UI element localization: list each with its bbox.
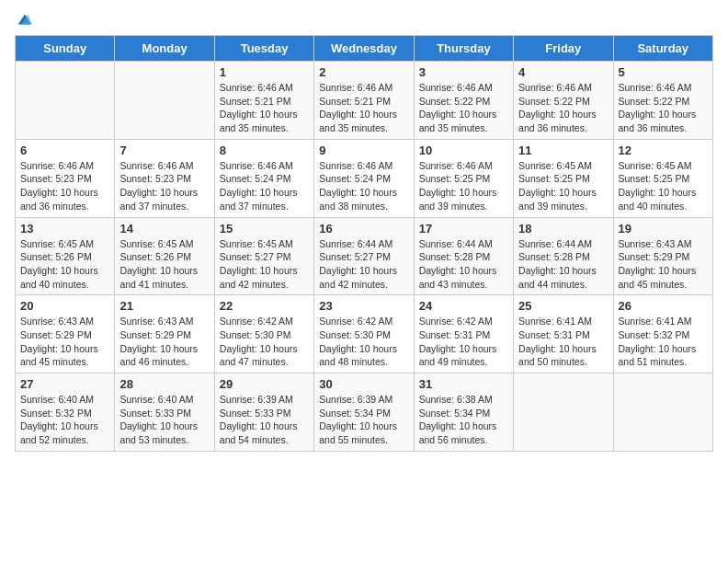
calendar-cell: 20Sunrise: 6:43 AMSunset: 5:29 PMDayligh… bbox=[16, 295, 115, 373]
calendar-cell: 24Sunrise: 6:42 AMSunset: 5:31 PMDayligh… bbox=[414, 295, 513, 373]
day-number: 18 bbox=[518, 222, 608, 236]
calendar-cell: 4Sunrise: 6:46 AMSunset: 5:22 PMDaylight… bbox=[514, 62, 613, 140]
day-number: 29 bbox=[220, 377, 309, 391]
day-number: 9 bbox=[319, 144, 408, 157]
calendar-cell: 22Sunrise: 6:42 AMSunset: 5:30 PMDayligh… bbox=[214, 295, 313, 373]
day-header-wednesday: Wednesday bbox=[314, 36, 414, 62]
day-info: Sunrise: 6:45 AMSunset: 5:25 PMDaylight:… bbox=[619, 159, 708, 213]
calendar-cell: 11Sunrise: 6:45 AMSunset: 5:25 PMDayligh… bbox=[514, 139, 613, 217]
calendar-cell: 23Sunrise: 6:42 AMSunset: 5:30 PMDayligh… bbox=[314, 295, 414, 373]
day-number: 15 bbox=[220, 222, 309, 236]
day-info: Sunrise: 6:46 AMSunset: 5:24 PMDaylight:… bbox=[319, 159, 408, 213]
calendar-cell bbox=[613, 373, 712, 452]
calendar-cell: 19Sunrise: 6:43 AMSunset: 5:29 PMDayligh… bbox=[613, 217, 712, 295]
day-number: 12 bbox=[619, 144, 708, 157]
day-number: 1 bbox=[220, 65, 309, 79]
day-number: 22 bbox=[220, 299, 309, 313]
day-info: Sunrise: 6:43 AMSunset: 5:29 PMDaylight:… bbox=[619, 237, 708, 292]
day-header-sunday: Sunday bbox=[16, 36, 115, 62]
day-info: Sunrise: 6:41 AMSunset: 5:31 PMDaylight:… bbox=[518, 315, 608, 369]
day-info: Sunrise: 6:46 AMSunset: 5:21 PMDaylight:… bbox=[319, 81, 408, 135]
day-number: 10 bbox=[419, 144, 508, 157]
calendar-week-2: 6Sunrise: 6:46 AMSunset: 5:23 PMDaylight… bbox=[16, 139, 713, 217]
day-info: Sunrise: 6:42 AMSunset: 5:31 PMDaylight:… bbox=[419, 315, 508, 369]
day-number: 28 bbox=[119, 377, 209, 391]
day-header-saturday: Saturday bbox=[613, 36, 712, 62]
day-number: 20 bbox=[20, 299, 109, 313]
page-header bbox=[15, 15, 713, 28]
day-number: 19 bbox=[619, 222, 708, 236]
day-info: Sunrise: 6:42 AMSunset: 5:30 PMDaylight:… bbox=[220, 315, 309, 369]
calendar-cell: 26Sunrise: 6:41 AMSunset: 5:32 PMDayligh… bbox=[613, 295, 712, 373]
day-header-tuesday: Tuesday bbox=[214, 36, 313, 62]
day-number: 26 bbox=[619, 299, 708, 313]
day-number: 11 bbox=[518, 144, 608, 157]
calendar-cell: 14Sunrise: 6:45 AMSunset: 5:26 PMDayligh… bbox=[115, 217, 214, 295]
calendar-cell: 16Sunrise: 6:44 AMSunset: 5:27 PMDayligh… bbox=[314, 217, 414, 295]
day-number: 23 bbox=[319, 299, 408, 313]
day-number: 27 bbox=[20, 377, 109, 391]
day-info: Sunrise: 6:46 AMSunset: 5:22 PMDaylight:… bbox=[518, 81, 608, 135]
calendar-cell: 13Sunrise: 6:45 AMSunset: 5:26 PMDayligh… bbox=[16, 217, 115, 295]
day-number: 2 bbox=[319, 65, 408, 79]
day-number: 25 bbox=[518, 299, 608, 313]
day-info: Sunrise: 6:43 AMSunset: 5:29 PMDaylight:… bbox=[20, 315, 109, 369]
calendar-cell bbox=[514, 373, 613, 452]
day-number: 14 bbox=[119, 222, 209, 236]
calendar-cell bbox=[16, 62, 115, 140]
calendar-cell: 5Sunrise: 6:46 AMSunset: 5:22 PMDaylight… bbox=[613, 62, 712, 140]
day-header-monday: Monday bbox=[115, 36, 214, 62]
calendar-cell: 21Sunrise: 6:43 AMSunset: 5:29 PMDayligh… bbox=[115, 295, 214, 373]
day-info: Sunrise: 6:40 AMSunset: 5:32 PMDaylight:… bbox=[20, 393, 109, 447]
calendar-cell: 17Sunrise: 6:44 AMSunset: 5:28 PMDayligh… bbox=[414, 217, 513, 295]
day-info: Sunrise: 6:46 AMSunset: 5:22 PMDaylight:… bbox=[619, 81, 708, 135]
calendar-cell: 18Sunrise: 6:44 AMSunset: 5:28 PMDayligh… bbox=[514, 217, 613, 295]
calendar-cell: 28Sunrise: 6:40 AMSunset: 5:33 PMDayligh… bbox=[115, 373, 214, 452]
calendar-cell: 30Sunrise: 6:39 AMSunset: 5:34 PMDayligh… bbox=[314, 373, 414, 452]
day-info: Sunrise: 6:46 AMSunset: 5:23 PMDaylight:… bbox=[119, 159, 209, 213]
calendar-cell: 9Sunrise: 6:46 AMSunset: 5:24 PMDaylight… bbox=[314, 139, 414, 217]
day-number: 21 bbox=[119, 299, 209, 313]
day-number: 6 bbox=[20, 144, 109, 157]
day-info: Sunrise: 6:38 AMSunset: 5:34 PMDaylight:… bbox=[419, 393, 508, 447]
calendar-week-1: 1Sunrise: 6:46 AMSunset: 5:21 PMDaylight… bbox=[16, 62, 713, 140]
day-number: 31 bbox=[419, 377, 508, 391]
calendar-header-row: SundayMondayTuesdayWednesdayThursdayFrid… bbox=[16, 36, 713, 62]
calendar-cell: 27Sunrise: 6:40 AMSunset: 5:32 PMDayligh… bbox=[16, 373, 115, 452]
logo bbox=[15, 15, 33, 28]
day-info: Sunrise: 6:46 AMSunset: 5:22 PMDaylight:… bbox=[419, 81, 508, 135]
calendar-table: SundayMondayTuesdayWednesdayThursdayFrid… bbox=[15, 35, 713, 452]
calendar-cell: 12Sunrise: 6:45 AMSunset: 5:25 PMDayligh… bbox=[613, 139, 712, 217]
day-info: Sunrise: 6:46 AMSunset: 5:24 PMDaylight:… bbox=[220, 159, 309, 213]
day-number: 7 bbox=[119, 144, 209, 157]
day-info: Sunrise: 6:41 AMSunset: 5:32 PMDaylight:… bbox=[619, 315, 708, 369]
day-number: 30 bbox=[319, 377, 408, 391]
calendar-cell: 31Sunrise: 6:38 AMSunset: 5:34 PMDayligh… bbox=[414, 373, 513, 452]
day-info: Sunrise: 6:44 AMSunset: 5:28 PMDaylight:… bbox=[419, 237, 508, 292]
day-number: 24 bbox=[419, 299, 508, 313]
day-number: 8 bbox=[220, 144, 309, 157]
calendar-cell: 15Sunrise: 6:45 AMSunset: 5:27 PMDayligh… bbox=[214, 217, 313, 295]
day-info: Sunrise: 6:40 AMSunset: 5:33 PMDaylight:… bbox=[119, 393, 209, 447]
day-info: Sunrise: 6:45 AMSunset: 5:26 PMDaylight:… bbox=[119, 237, 209, 292]
day-number: 5 bbox=[619, 65, 708, 79]
day-info: Sunrise: 6:43 AMSunset: 5:29 PMDaylight:… bbox=[119, 315, 209, 369]
day-number: 3 bbox=[419, 65, 508, 79]
day-number: 4 bbox=[518, 65, 608, 79]
logo-icon bbox=[17, 11, 33, 28]
calendar-week-5: 27Sunrise: 6:40 AMSunset: 5:32 PMDayligh… bbox=[16, 373, 713, 452]
calendar-cell: 6Sunrise: 6:46 AMSunset: 5:23 PMDaylight… bbox=[16, 139, 115, 217]
calendar-cell: 2Sunrise: 6:46 AMSunset: 5:21 PMDaylight… bbox=[314, 62, 414, 140]
day-info: Sunrise: 6:46 AMSunset: 5:21 PMDaylight:… bbox=[220, 81, 309, 135]
day-info: Sunrise: 6:45 AMSunset: 5:27 PMDaylight:… bbox=[220, 237, 309, 292]
day-info: Sunrise: 6:46 AMSunset: 5:23 PMDaylight:… bbox=[20, 159, 109, 213]
calendar-week-4: 20Sunrise: 6:43 AMSunset: 5:29 PMDayligh… bbox=[16, 295, 713, 373]
calendar-cell: 7Sunrise: 6:46 AMSunset: 5:23 PMDaylight… bbox=[115, 139, 214, 217]
day-info: Sunrise: 6:45 AMSunset: 5:26 PMDaylight:… bbox=[20, 237, 109, 292]
day-number: 13 bbox=[20, 222, 109, 236]
calendar-cell: 1Sunrise: 6:46 AMSunset: 5:21 PMDaylight… bbox=[214, 62, 313, 140]
day-header-friday: Friday bbox=[514, 36, 613, 62]
day-info: Sunrise: 6:46 AMSunset: 5:25 PMDaylight:… bbox=[419, 159, 508, 213]
calendar-week-3: 13Sunrise: 6:45 AMSunset: 5:26 PMDayligh… bbox=[16, 217, 713, 295]
calendar-cell: 29Sunrise: 6:39 AMSunset: 5:33 PMDayligh… bbox=[214, 373, 313, 452]
